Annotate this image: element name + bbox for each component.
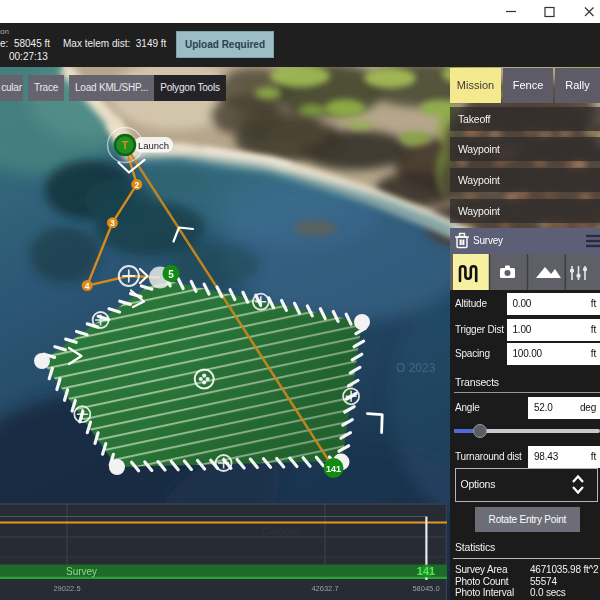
svg-text:3: 3 [110,218,115,228]
svg-text:5: 5 [168,269,174,280]
svg-text:141: 141 [326,464,341,474]
svg-text:Google: Google [262,525,300,537]
svg-text:141: 141 [417,565,435,577]
svg-text:42632.7: 42632.7 [311,584,338,593]
svg-text:Launch: Launch [138,140,169,151]
svg-text:58045.0: 58045.0 [412,584,439,593]
svg-text:2: 2 [134,180,139,190]
svg-text:O 2023: O 2023 [396,361,436,375]
svg-text:29022.5: 29022.5 [53,584,80,593]
svg-text:Survey: Survey [66,566,97,577]
svg-text:T: T [122,139,129,151]
svg-text:4: 4 [85,281,90,291]
